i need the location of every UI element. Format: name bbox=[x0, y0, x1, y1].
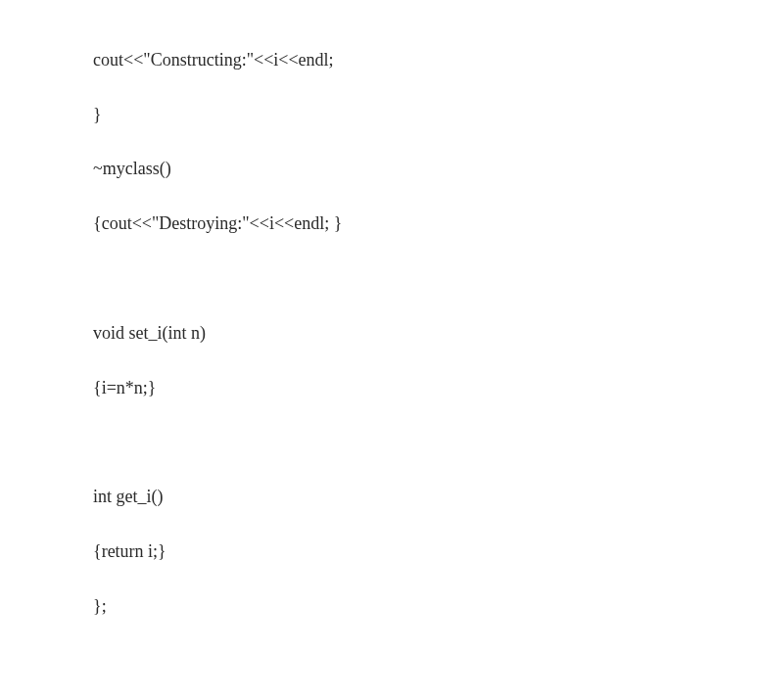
code-line: int get_i() bbox=[93, 484, 761, 511]
code-line: {return i;} bbox=[93, 538, 761, 566]
code-line: void set_i(int n) bbox=[93, 320, 761, 348]
code-line: }; bbox=[93, 593, 761, 621]
blank-line bbox=[93, 429, 761, 456]
code-line: } bbox=[93, 102, 761, 129]
blank-line bbox=[93, 265, 761, 293]
code-line: {i=n*n;} bbox=[93, 375, 761, 402]
code-line: {cout<<"Destroying:"<<i<<endl; } bbox=[93, 210, 761, 238]
code-snippet: cout<<"Constructing:"<<i<<endl; } ~mycla… bbox=[93, 20, 761, 700]
code-line: ~myclass() bbox=[93, 156, 761, 183]
code-line: cout<<"Constructing:"<<i<<endl; bbox=[93, 47, 761, 74]
blank-line bbox=[93, 647, 761, 675]
